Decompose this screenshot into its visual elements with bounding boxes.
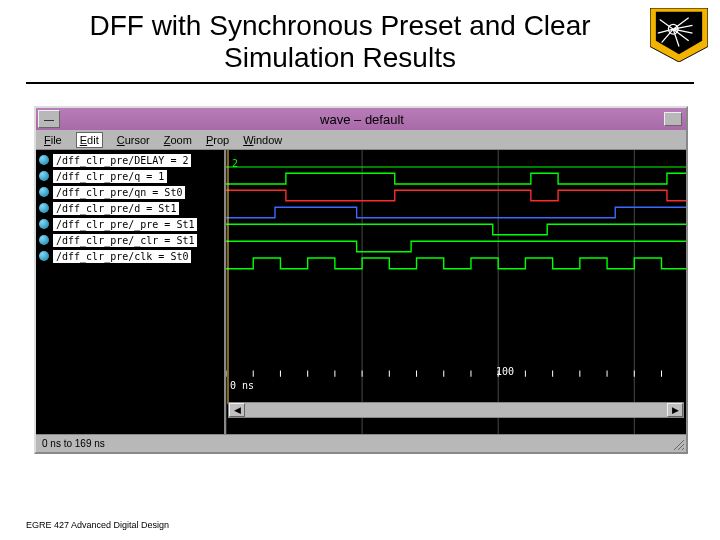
signal-label[interactable]: /dff_clr_pre/DELAY = 2 [53,154,191,167]
horizontal-scrollbar[interactable]: ◀ ▶ [228,402,684,418]
title-line2: Simulation Results [224,42,456,73]
time-tick-100: 100 [496,366,514,377]
window-titlebar[interactable]: — wave – default [36,108,686,130]
signal-list[interactable]: /dff_clr_pre/DELAY = 2 /dff_clr_pre/q = … [36,150,226,434]
menu-edit[interactable]: Edit [76,132,103,148]
menu-file[interactable]: File [44,134,62,146]
window-title: wave – default [60,112,664,127]
scroll-track[interactable] [245,403,667,417]
signal-row: /dff_clr_pre/DELAY = 2 [36,152,224,168]
status-time-range: 0 ns to 169 ns [42,438,105,449]
signal-row: /dff_clr_pre/_clr = St1 [36,232,224,248]
signal-label[interactable]: /dff_clr_pre/_clr = St1 [53,234,197,247]
signal-dot-icon [39,187,49,197]
slide-footer: EGRE 427 Advanced Digital Design [26,520,169,530]
signal-dot-icon [39,219,49,229]
signal-row: /dff_clr_pre/d = St1 [36,200,224,216]
scroll-right-button[interactable]: ▶ [667,403,683,417]
scroll-left-button[interactable]: ◀ [229,403,245,417]
resize-grip-icon[interactable] [671,437,685,451]
menu-zoom[interactable]: Zoom [164,134,192,146]
menubar: File Edit Cursor Zoom Prop Window [36,130,686,150]
signal-dot-icon [39,203,49,213]
signal-dot-icon [39,251,49,261]
wave-body: /dff_clr_pre/DELAY = 2 /dff_clr_pre/q = … [36,150,686,434]
title-divider [26,82,694,84]
signal-label[interactable]: /dff_clr_pre/clk = St0 [53,250,191,263]
maximize-button[interactable] [664,112,682,126]
signal-label[interactable]: /dff_clr_pre/_pre = St1 [53,218,197,231]
system-menu-button[interactable]: — [38,110,60,128]
waveform-window: — wave – default File Edit Cursor Zoom P… [34,106,688,454]
signal-row: /dff_clr_pre/q = 1 [36,168,224,184]
signal-dot-icon [39,155,49,165]
menu-window[interactable]: Window [243,134,282,146]
signal-dot-icon [39,235,49,245]
cursor-time-label: 0 ns [230,380,254,391]
slide-title: DFF with Synchronous Preset and Clear Si… [0,0,720,82]
signal-label[interactable]: /dff_clr_pre/qn = St0 [53,186,185,199]
waveform-canvas[interactable]: 2 100 0 ns [226,150,686,434]
statusbar: 0 ns to 169 ns [36,434,686,452]
signal-row: /dff_clr_pre/qn = St0 [36,184,224,200]
signal-label[interactable]: /dff_clr_pre/d = St1 [53,202,179,215]
signal-row: /dff_clr_pre/_pre = St1 [36,216,224,232]
svg-line-27 [682,448,684,450]
institution-logo-icon [650,8,708,62]
menu-cursor[interactable]: Cursor [117,134,150,146]
signal-row: /dff_clr_pre/clk = St0 [36,248,224,264]
signal-label[interactable]: /dff_clr_pre/q = 1 [53,170,167,183]
menu-prop[interactable]: Prop [206,134,229,146]
signal-dot-icon [39,171,49,181]
title-line1: DFF with Synchronous Preset and Clear [89,10,590,41]
